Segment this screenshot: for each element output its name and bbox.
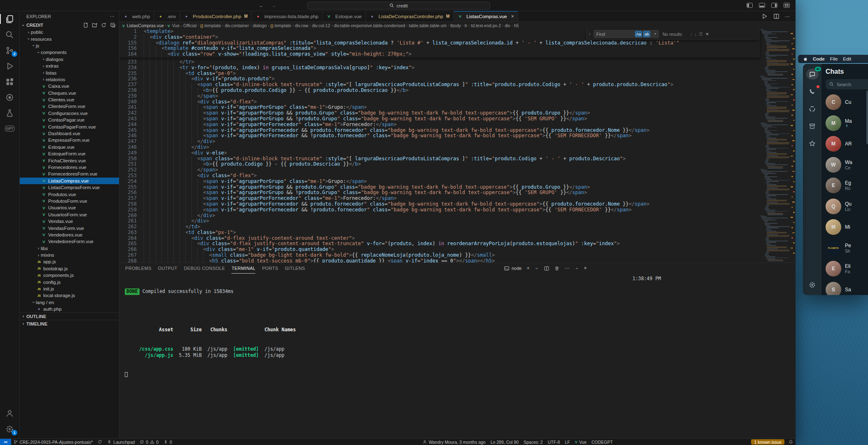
code-line[interactable]: 164 <div class="row" v-show="!loadings.l… xyxy=(119,52,760,57)
tree-item-Fornecedores.vue[interactable]: VFornecedores.vue xyxy=(20,164,119,171)
line-number[interactable]: 238 xyxy=(119,88,137,94)
panel-tab-gitlens[interactable]: GITLENS xyxy=(285,263,305,274)
chat-list-item[interactable]: MMa xyxy=(826,113,868,134)
breadcrumb-item[interactable]: {} template xyxy=(271,23,292,28)
tree-item-langen[interactable]: ›lang / en xyxy=(20,299,119,306)
tree-item-auth.php[interactable]: ●auth.php xyxy=(20,306,119,312)
code-line[interactable]: 264 <div class="d-flex justify-content-a… xyxy=(119,236,760,241)
line-number[interactable]: 234 xyxy=(119,65,137,71)
code-line[interactable]: 249 <div v-else> xyxy=(119,150,760,156)
tree-item-libs[interactable]: ›libs xyxy=(20,245,119,252)
toggle-primary-sidebar-icon[interactable] xyxy=(747,3,753,8)
tree-item-ListasComprasForm.vue[interactable]: VListasComprasForm.vue xyxy=(20,184,119,191)
tree-item-app.js[interactable]: JSapp.js xyxy=(20,258,119,265)
line-number[interactable]: 243 xyxy=(119,116,137,122)
code-line[interactable]: 252 </span> xyxy=(119,167,760,173)
code-line[interactable]: 262 </td> xyxy=(119,224,760,230)
activity-source-control[interactable]: 2 xyxy=(0,42,19,58)
git-sync-status[interactable] xyxy=(95,439,105,445)
line-number[interactable]: 249 xyxy=(119,150,137,156)
breadcrumb-item[interactable]: div.row xyxy=(295,23,308,28)
split-terminal-icon[interactable] xyxy=(544,266,549,271)
tree-item-VendasForm.vue[interactable]: VVendasForm.vue xyxy=(20,225,119,231)
apple-icon[interactable] xyxy=(803,56,807,62)
activity-accounts[interactable] xyxy=(0,405,19,421)
breadcrumb-item[interactable]: div xyxy=(505,23,510,28)
chat-rail-chats-icon[interactable]: 40 xyxy=(806,69,819,80)
tab-ProdutosController.php[interactable]: ●ProdutosController.phpM xyxy=(180,11,252,21)
workspace-section-credit[interactable]: › CREDIT xyxy=(20,21,119,29)
activity-run-debug[interactable] xyxy=(0,58,19,74)
code-editor[interactable]: 232 </td>233 </tr>234 <tr v-for="(produt… xyxy=(119,29,796,262)
new-folder-icon[interactable] xyxy=(92,22,98,28)
code-line[interactable]: 242 <span v-if="agruparPorGrupo && produ… xyxy=(119,110,760,116)
line-number[interactable]: 264 xyxy=(119,236,137,241)
tree-item-Configuracoes.vue[interactable]: VConfiguracoes.vue xyxy=(20,110,119,117)
breadcrumb-item[interactable]: dialogo xyxy=(253,23,267,28)
code-line[interactable]: 237 <span class="d-inline-block text-tru… xyxy=(119,82,760,88)
indentation-status[interactable]: Spaces: 2 xyxy=(521,439,546,445)
breadcrumb-item[interactable]: table.table.table-sm xyxy=(409,23,447,28)
explorer-more-icon[interactable]: ⋯ xyxy=(110,14,115,19)
run-file-icon[interactable] xyxy=(761,13,768,19)
line-number[interactable]: 156 xyxy=(119,46,137,52)
panel-tab-debug-console[interactable]: DEBUG CONSOLE xyxy=(184,263,225,274)
tab-ListaDeComprasController.php[interactable]: ●ListaDeComprasController.phpM xyxy=(366,11,454,21)
line-number[interactable]: 240 xyxy=(119,99,137,105)
regex-toggle[interactable]: .* xyxy=(651,31,658,37)
code-line[interactable]: 258 <span v-if="agruparPorFornecedor && … xyxy=(119,201,760,207)
notifications-status[interactable] xyxy=(786,439,796,445)
line-number[interactable]: 256 xyxy=(119,190,137,196)
launchpad-status[interactable]: Launchpad xyxy=(105,439,137,445)
nav-forward-button[interactable]: → xyxy=(271,2,276,9)
activity-settings[interactable]: 1 xyxy=(0,421,19,437)
tree-item-relatorios[interactable]: ›relatorios xyxy=(20,76,119,83)
line-number[interactable]: 262 xyxy=(119,224,137,230)
line-number[interactable]: 255 xyxy=(119,185,137,190)
line-number[interactable]: 241 xyxy=(119,105,137,110)
tree-item-extras[interactable]: ›extras xyxy=(20,63,119,69)
code-line[interactable]: 233 </tr> xyxy=(119,59,760,65)
breadcrumb-item[interactable]: {} template xyxy=(200,23,221,28)
breadcrumb-item[interactable]: V ListasCompras.vue xyxy=(122,23,164,28)
code-line[interactable]: 235 <td class="pe-0"> xyxy=(119,71,760,77)
timeline-section[interactable]: › TIMELINE xyxy=(20,320,119,327)
tree-item-components[interactable]: ›components xyxy=(20,49,119,56)
match-case-toggle[interactable]: Aa xyxy=(635,31,642,37)
tree-item-ProdutosForm.vue[interactable]: VProdutosForm.vue xyxy=(20,198,119,204)
tree-item-listas[interactable]: ›listas xyxy=(20,69,119,76)
tree-item-Clientes.vue[interactable]: VClientes.vue xyxy=(20,96,119,103)
line-number[interactable]: 233 xyxy=(119,59,137,65)
code-line[interactable]: 259 <span v-if="agruparPorFornecedor && … xyxy=(119,207,760,213)
breadcrumb-item[interactable]: V Vue - Official xyxy=(168,23,196,28)
panel-tab-ports[interactable]: PORTS xyxy=(262,263,278,274)
chat-rail-settings-icon[interactable] xyxy=(806,279,819,290)
chat-list-item[interactable]: QQuLic xyxy=(826,196,868,217)
toggle-secondary-sidebar-icon[interactable] xyxy=(771,3,777,8)
code-line[interactable]: 254 <span v-if="agruparPorGrupo" class="… xyxy=(119,179,760,185)
code-line[interactable]: 239 </span> xyxy=(119,94,760,99)
tab-Estoque.vue[interactable]: VEstoque.vue xyxy=(322,11,366,21)
line-number[interactable]: 248 xyxy=(119,145,137,150)
cursor-position-status[interactable]: Ln 289, Col 90 xyxy=(488,439,521,445)
code-line[interactable]: 268 <h5 class="bold text-success mb-0">{… xyxy=(119,258,760,262)
line-number[interactable]: 265 xyxy=(119,241,137,247)
line-number[interactable]: 246 xyxy=(119,133,137,139)
chat-list-item[interactable]: SSa xyxy=(826,279,868,295)
tree-item-dialogos[interactable]: ›dialogos xyxy=(20,56,119,63)
tab-.env[interactable]: ●.env xyxy=(154,11,180,21)
tree-item-UsuariosForm.vue[interactable]: VUsuariosForm.vue xyxy=(20,211,119,218)
tree-item-EmpresasForm.vue[interactable]: VEmpresasForm.vue xyxy=(20,137,119,143)
code-line[interactable]: 267 <small class="badge bg-light text-da… xyxy=(119,253,760,258)
ports-status[interactable]: 0 xyxy=(161,439,175,445)
code-line[interactable]: 257 <span v-if="agruparPorFornecedor" cl… xyxy=(119,196,760,201)
menu-item-app[interactable]: Code xyxy=(813,56,825,61)
toggle-panel-icon[interactable] xyxy=(759,3,765,8)
minimap[interactable] xyxy=(760,29,790,262)
tree-item-local-storage.js[interactable]: JSlocal-storage.js xyxy=(20,292,119,299)
code-line[interactable]: 263 <td class="px-1"> xyxy=(119,230,760,236)
collapse-all-icon[interactable] xyxy=(110,22,116,28)
chat-list-item[interactable]: EEgRo xyxy=(826,175,868,196)
tree-item-FichaClientes.vue[interactable]: VFichaClientes.vue xyxy=(20,157,119,164)
chat-rail-starred-icon[interactable] xyxy=(806,138,819,149)
